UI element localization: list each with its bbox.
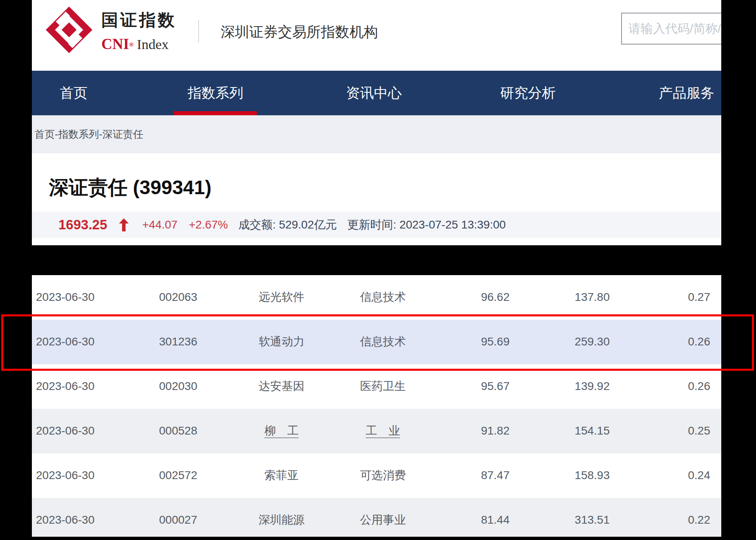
- breadcrumb[interactable]: 首页-指数系列-深证责任: [34, 128, 143, 141]
- table-row[interactable]: 2023-06-30 000027 深圳能源 公用事业 81.44 313.51…: [32, 498, 721, 537]
- cell-date: 2023-06-30: [36, 513, 94, 527]
- cell-n1: 91.82: [481, 424, 510, 437]
- cell-name: 远光软件: [259, 289, 304, 305]
- cell-n2: 139.92: [575, 380, 610, 393]
- cell-code: 002030: [159, 380, 197, 393]
- cell-date: 2023-06-30: [36, 469, 94, 482]
- nav-item-research[interactable]: 研究分析: [500, 71, 556, 115]
- cell-date: 2023-06-30: [36, 380, 94, 393]
- main-nav: 首页 指数系列 资讯中心 研究分析 产品服务: [32, 71, 721, 115]
- nav-item-index-series[interactable]: 指数系列: [188, 71, 243, 115]
- cell-industry: 可选消费: [360, 468, 406, 483]
- logo-text-cn: 国证指数: [101, 9, 177, 31]
- cell-code: 002572: [159, 469, 197, 482]
- site-header: 国证指数 CNI®Index 深圳证券交易所指数机构: [32, 0, 721, 71]
- black-redaction-band: [0, 245, 756, 275]
- cell-n2: 154.15: [575, 424, 610, 437]
- cell-industry: 信息技术: [360, 289, 406, 305]
- search-input[interactable]: [621, 13, 721, 45]
- table-row[interactable]: 2023-06-30 002030 达安基因 医药卫生 95.67 139.92…: [32, 364, 721, 409]
- index-change-pct: +2.67%: [189, 218, 228, 231]
- index-change: +44.07: [142, 218, 177, 231]
- cell-n2: 137.80: [575, 291, 610, 304]
- table-row[interactable]: 2023-06-30 000528 柳 工 工 业 91.82 154.15 0…: [32, 409, 721, 453]
- logo-text-en: CNI®Index: [101, 35, 168, 53]
- breadcrumb-band: 首页-指数系列-深证责任: [32, 115, 721, 153]
- cell-n3: 0.25: [688, 424, 711, 437]
- cell-date: 2023-06-30: [36, 291, 94, 304]
- page-title: 深证责任 (399341): [49, 175, 211, 201]
- cell-n2: 313.51: [575, 513, 610, 527]
- cell-n3: 0.26: [688, 380, 711, 393]
- site-tagline: 深圳证券交易所指数机构: [221, 21, 378, 43]
- index-update-time: 更新时间: 2023-07-25 13:39:00: [347, 217, 506, 233]
- cell-n3: 0.24: [688, 469, 711, 482]
- cell-n2: 158.93: [575, 469, 610, 482]
- cell-code: 000027: [159, 513, 197, 527]
- cell-n1: 81.44: [481, 513, 510, 527]
- cell-industry: 医药卫生: [360, 379, 406, 394]
- nav-item-home[interactable]: 首页: [60, 71, 87, 115]
- nav-item-news-center[interactable]: 资讯中心: [346, 71, 402, 115]
- index-price: 1693.25: [58, 217, 107, 233]
- cell-name: 索菲亚: [264, 468, 299, 483]
- header-divider: [198, 20, 199, 43]
- index-header-section: 深证责任 (399341) 1693.25 +44.07 +2.67% 成交额:…: [32, 153, 721, 245]
- cell-n3: 0.27: [688, 291, 711, 304]
- cell-n1: 96.62: [481, 291, 510, 304]
- cell-n1: 87.47: [481, 469, 510, 482]
- cell-n3: 0.22: [688, 513, 711, 527]
- cell-date: 2023-06-30: [36, 424, 94, 437]
- cni-logo-icon: [44, 3, 94, 56]
- cell-name: 柳 工: [264, 423, 299, 439]
- cell-n1: 95.67: [481, 380, 510, 393]
- cell-code: 002063: [159, 291, 197, 304]
- cell-name: 达安基因: [259, 379, 304, 394]
- cell-code: 000528: [159, 424, 197, 437]
- cell-industry: 公用事业: [360, 512, 406, 528]
- index-turnover: 成交额: 529.02亿元: [238, 217, 337, 233]
- cell-industry: 工 业: [366, 423, 400, 439]
- annotation-highlight-box: [1, 314, 754, 371]
- table-row[interactable]: 2023-06-30 002572 索菲亚 可选消费 87.47 158.93 …: [32, 453, 721, 498]
- table-row[interactable]: 2023-06-30 002063 远光软件 信息技术 96.62 137.80…: [32, 275, 721, 320]
- nav-item-products[interactable]: 产品服务: [659, 71, 714, 115]
- up-arrow-icon: [119, 218, 129, 231]
- cni-logo[interactable]: 国证指数 CNI®Index: [44, 2, 216, 64]
- cell-name: 深圳能源: [259, 512, 304, 528]
- quote-strip: 1693.25 +44.07 +2.67% 成交额: 529.02亿元 更新时间…: [32, 212, 721, 238]
- active-tab-underline: [174, 111, 257, 115]
